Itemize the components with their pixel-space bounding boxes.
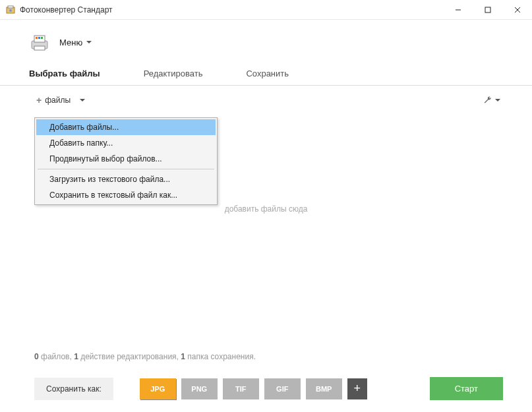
files-count: 0 xyxy=(34,352,39,361)
app-icon xyxy=(5,5,16,15)
bottom-bar: Сохранить как: JPG PNG TIF GIF BMP + Ста… xyxy=(34,377,503,400)
status-bar: 0 файлов, 1 действие редактирования, 1 п… xyxy=(34,352,256,361)
files-dropdown: Добавить файлы... Добавить папку... Прод… xyxy=(34,117,218,205)
files-label: файлы xyxy=(45,96,71,105)
drop-hint: добавить файлы сюда xyxy=(0,204,532,214)
toolbar: + файлы xyxy=(0,86,532,115)
svg-rect-11 xyxy=(41,37,43,39)
svg-point-2 xyxy=(9,9,12,12)
menu-separator xyxy=(38,169,214,169)
menu-button[interactable]: Меню xyxy=(59,38,92,47)
tab-select-files[interactable]: Выбрать файлы xyxy=(29,62,115,85)
maximize-button[interactable] xyxy=(473,0,502,20)
chevron-down-icon xyxy=(86,41,92,44)
menu-item-advanced-select[interactable]: Продвинутый выбор файлов... xyxy=(36,151,216,167)
add-format-button[interactable]: + xyxy=(347,378,367,399)
titlebar: Фотоконвертер Стандарт xyxy=(0,0,532,20)
svg-rect-4 xyxy=(485,7,490,13)
files-word: файлов, xyxy=(41,352,72,361)
settings-button[interactable] xyxy=(481,93,503,107)
plus-icon: + xyxy=(353,382,361,396)
tabs: Выбрать файлы Редактировать Сохранить xyxy=(0,62,532,86)
wrench-icon xyxy=(483,96,492,105)
menu-item-add-folder[interactable]: Добавить папку... xyxy=(36,135,216,151)
chevron-down-icon xyxy=(80,99,85,102)
menu-item-load-from-txt[interactable]: Загрузить из текстового файла... xyxy=(36,171,216,187)
plus-icon: + xyxy=(36,95,42,105)
menu-label: Меню xyxy=(59,38,82,47)
format-png-button[interactable]: PNG xyxy=(181,378,218,399)
svg-rect-12 xyxy=(34,46,45,50)
menu-row: Меню xyxy=(0,20,532,62)
svg-rect-10 xyxy=(38,37,40,39)
printer-icon xyxy=(29,32,50,53)
edits-word: действие редактирования, xyxy=(80,352,179,361)
folders-word: папка сохранения. xyxy=(187,352,256,361)
start-button[interactable]: Старт xyxy=(430,377,503,400)
format-tif-button[interactable]: TIF xyxy=(223,378,259,399)
format-gif-button[interactable]: GIF xyxy=(264,378,301,399)
add-files-button[interactable]: + файлы xyxy=(29,91,92,109)
svg-rect-9 xyxy=(36,37,38,39)
menu-item-add-files[interactable]: Добавить файлы... xyxy=(36,119,216,135)
chevron-down-icon xyxy=(495,99,500,102)
close-button[interactable] xyxy=(502,0,532,20)
folders-count: 1 xyxy=(181,352,185,361)
edits-count: 1 xyxy=(74,352,78,361)
tab-edit[interactable]: Редактировать xyxy=(144,62,218,85)
minimize-button[interactable] xyxy=(443,0,473,20)
window-title: Фотоконвертер Стандарт xyxy=(20,5,443,15)
svg-rect-1 xyxy=(8,6,13,8)
format-jpg-button[interactable]: JPG xyxy=(140,378,176,399)
tab-save[interactable]: Сохранить xyxy=(246,62,303,85)
menu-item-save-to-txt[interactable]: Сохранить в текстовый файл как... xyxy=(36,187,216,203)
format-bmp-button[interactable]: BMP xyxy=(306,378,342,399)
save-as-button[interactable]: Сохранить как: xyxy=(34,378,113,400)
window-controls xyxy=(443,0,532,20)
